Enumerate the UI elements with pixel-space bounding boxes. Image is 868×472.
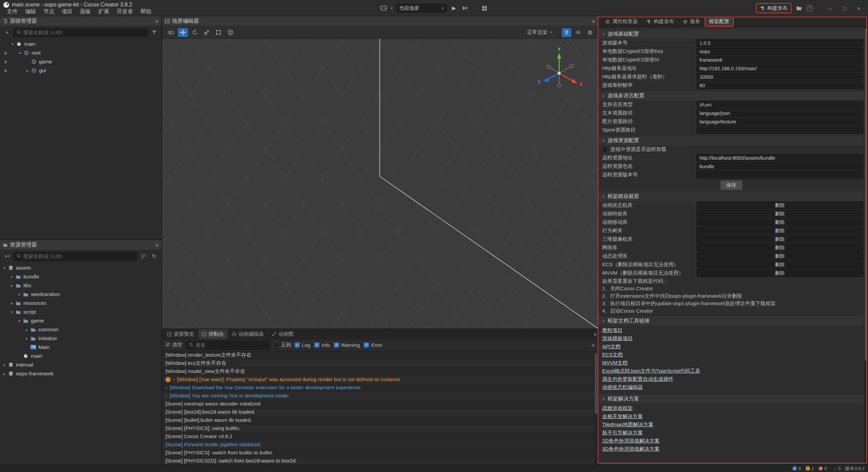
doc-link-7[interactable]: 动画状态机编辑器 xyxy=(602,383,864,391)
section-header-modules[interactable]: ∨框架模块裁剪 xyxy=(599,192,864,201)
delete-module-button-7[interactable]: 删除 xyxy=(696,261,863,269)
inspector-scrollbar[interactable] xyxy=(864,27,868,465)
field-input-resource-2[interactable] xyxy=(696,171,863,179)
expand-arrow-icon[interactable]: ▾ xyxy=(17,51,23,55)
filter-info-checkbox[interactable]: ✓Info xyxy=(314,342,330,348)
close-button[interactable]: × xyxy=(852,0,866,16)
filter-error-checkbox[interactable]: ✓Error xyxy=(364,342,382,348)
log-row[interactable]: [Scene] [PHYSICS]: using builtin. xyxy=(162,424,598,432)
tree-row-internal[interactable]: ▸internal xyxy=(0,360,161,369)
expand-arrow-icon[interactable]: ▸ xyxy=(1,372,7,376)
light-toggle-button[interactable] xyxy=(562,28,571,37)
menu-item-5[interactable]: 扩展 xyxy=(95,8,113,15)
help-icon[interactable]: ? xyxy=(807,5,813,12)
field-input-basic-0[interactable] xyxy=(696,39,863,47)
panel-menu-icon[interactable]: ≡ xyxy=(594,331,597,337)
delete-module-button-0[interactable]: 删除 xyxy=(696,201,863,209)
expand-arrow-icon[interactable]: ▾ xyxy=(1,266,7,270)
tree-row-libs[interactable]: ▸libs xyxy=(0,281,161,290)
expand-arrow-icon[interactable]: › xyxy=(165,383,167,392)
field-input-basic-1[interactable] xyxy=(696,47,863,55)
field-input-basic-5[interactable] xyxy=(696,81,863,89)
expand-arrow-icon[interactable]: ▸ xyxy=(1,363,7,367)
tree-row-seedrandom[interactable]: ▸seedrandom xyxy=(0,290,161,299)
filter-icon[interactable] xyxy=(150,28,158,37)
error-count[interactable]: × 0 xyxy=(818,466,827,471)
neg-axis-handle[interactable] xyxy=(570,64,573,68)
scene-viewport[interactable]: Y X Z xyxy=(162,39,598,329)
doc-link-3[interactable]: ECS文档 xyxy=(602,351,864,359)
z-axis[interactable] xyxy=(547,73,559,80)
scrollbar-thumb[interactable] xyxy=(865,28,867,361)
gizmo-visibility-button[interactable] xyxy=(573,28,583,37)
tree-row-main[interactable]: main xyxy=(0,352,161,360)
delete-module-button-8[interactable]: 删除 xyxy=(696,269,863,277)
clear-console-button[interactable]: 清空 xyxy=(165,342,182,348)
tree-row-resources[interactable]: ▸resources xyxy=(0,299,161,308)
log-row[interactable]: [Scene] [box2d]:box2d wasm lib loaded. xyxy=(162,408,598,416)
log-row[interactable]: !›[Window] [Vue warn]: Property "onInput… xyxy=(162,375,598,383)
menu-item-1[interactable]: 编辑 xyxy=(22,8,39,15)
delete-module-button-6[interactable]: 删除 xyxy=(696,252,863,260)
delete-module-button-3[interactable]: 删除 xyxy=(696,227,863,235)
expand-arrow-icon[interactable]: ▾ xyxy=(9,42,16,46)
console-searchbox[interactable] xyxy=(186,341,271,350)
menu-item-3[interactable]: 项目 xyxy=(58,8,76,15)
solution-link-0[interactable]: 战旗游戏框架 xyxy=(602,404,864,412)
refresh-icon[interactable]: ↻ xyxy=(150,252,158,260)
view-gizmo[interactable]: Y X Z xyxy=(534,46,585,97)
tab-framework-config[interactable]: 框架配置 xyxy=(705,17,733,26)
expand-arrow-icon[interactable]: ▸ xyxy=(9,301,15,306)
field-input-basic-3[interactable] xyxy=(696,64,863,72)
lock-icon[interactable] xyxy=(1,60,9,64)
rect-tool-button[interactable] xyxy=(214,28,223,37)
field-input-language-2[interactable] xyxy=(696,118,863,125)
tree-row-main[interactable]: ▾main xyxy=(0,40,161,48)
scrollbar-thumb[interactable] xyxy=(595,353,597,414)
hierarchy-searchbox[interactable] xyxy=(14,28,148,37)
log-row[interactable]: [Scene] [bullet]:bullet wasm lib loaded. xyxy=(162,416,598,424)
maximize-button[interactable]: □ xyxy=(837,0,852,16)
hierarchy-search-input[interactable] xyxy=(23,29,145,35)
expand-arrow-icon[interactable]: › xyxy=(165,392,167,400)
expand-arrow-icon[interactable]: ▾ xyxy=(9,310,15,314)
section-header-language[interactable]: ∨游戏多语言配置 xyxy=(599,91,864,100)
tree-row-script[interactable]: ▾script xyxy=(0,308,161,316)
solution-link-4[interactable]: 2D角色扮演游戏解决方案 xyxy=(602,437,864,445)
download-status[interactable]: ↓ 0 xyxy=(834,466,841,471)
play-button[interactable]: ▶ xyxy=(450,4,458,12)
solution-link-1[interactable]: 全栈开发解决方案 xyxy=(602,412,864,420)
render-mode-dropdown[interactable]: 正常渲染 ▾ xyxy=(524,28,555,37)
log-row[interactable]: [Scene] [PHYSICS]: switch from builtin t… xyxy=(162,449,598,457)
delete-module-button-2[interactable]: 删除 xyxy=(696,218,863,226)
open-folder-icon[interactable] xyxy=(795,4,803,12)
menu-item-0[interactable]: 文件 xyxy=(3,8,21,15)
delete-module-button-1[interactable]: 删除 xyxy=(696,210,863,218)
mode-3d-button[interactable]: 3D xyxy=(165,28,176,37)
chevron-down-icon[interactable]: ▾ xyxy=(391,6,393,11)
x-axis[interactable] xyxy=(559,73,573,81)
menu-item-2[interactable]: 节点 xyxy=(40,8,58,15)
tab-console[interactable]: 控制台 xyxy=(198,329,228,339)
scene-settings-gear-icon[interactable] xyxy=(585,28,595,37)
doc-link-2[interactable]: API文档 xyxy=(602,342,864,351)
expand-arrow-icon[interactable]: ▸ xyxy=(9,275,15,279)
build-publish-button[interactable]: 构建发布 xyxy=(757,4,791,13)
add-node-button[interactable]: + xyxy=(3,28,11,37)
section-header-resource[interactable]: ∨游戏资源配置 xyxy=(599,136,864,145)
log-row[interactable]: [Scene] Cocos Creator v3.8.2 xyxy=(162,432,598,440)
preview-device-icon[interactable] xyxy=(380,4,387,12)
field-input-resource-0[interactable] xyxy=(696,154,863,162)
lock-icon[interactable] xyxy=(1,68,9,73)
tree-row-bundle[interactable]: ▸bundle xyxy=(0,272,161,281)
minimize-button[interactable]: – xyxy=(823,0,837,16)
neg-axis-handle[interactable] xyxy=(557,84,561,87)
doc-link-0[interactable]: 教程项目 xyxy=(602,326,864,334)
filter-log-checkbox[interactable]: ✓Log xyxy=(295,342,310,348)
log-row[interactable]: ›[Window] Download the Vue Devtools exte… xyxy=(162,383,598,392)
scene-select-dropdown[interactable]: 当前场景 ▾ xyxy=(396,4,447,13)
solution-link-3[interactable]: 新手引导解决方案 xyxy=(602,429,864,437)
panel-menu-icon[interactable]: ≡ xyxy=(592,18,595,24)
tab-animation-editor[interactable]: 动画编辑器 xyxy=(228,329,268,339)
log-row[interactable]: ›[Window] You are running Vue in develop… xyxy=(162,392,598,400)
